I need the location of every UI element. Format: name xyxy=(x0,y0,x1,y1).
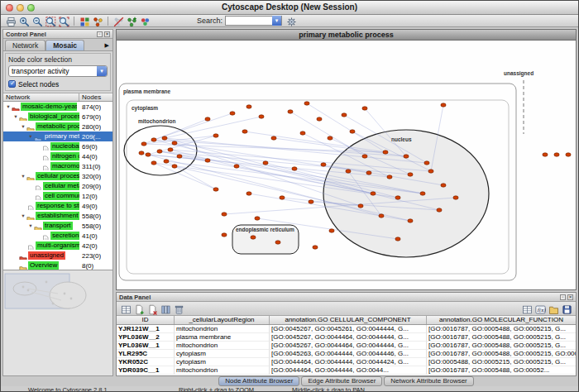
tree-row[interactable]: Overview8(0) xyxy=(3,261,112,270)
first-neighbors-icon[interactable] xyxy=(93,16,103,26)
graph-node[interactable] xyxy=(543,153,548,156)
tree-row[interactable]: cellular metabo...209(0) xyxy=(3,181,112,191)
graph-node[interactable] xyxy=(358,204,363,208)
tree-row[interactable]: ▼cellular process320(0) xyxy=(3,171,112,181)
graph-node[interactable] xyxy=(317,117,322,121)
graph-node[interactable] xyxy=(172,141,177,145)
tree-header-network[interactable]: Network xyxy=(3,93,79,101)
graph-node[interactable] xyxy=(292,167,297,170)
tree-row[interactable]: ▼mosaic-demo-yeast874(0) xyxy=(3,102,112,112)
node-color-combobox[interactable]: transporter activity ▾ xyxy=(8,65,108,77)
column-header[interactable]: annotation.GO CELLULAR_COMPONENT xyxy=(270,316,427,324)
graphics-details-icon[interactable] xyxy=(79,16,90,26)
graph-node[interactable] xyxy=(428,170,433,173)
graph-node[interactable] xyxy=(259,115,264,118)
graph-node[interactable] xyxy=(371,192,376,195)
tree-row[interactable]: ▼metabolic process280(0) xyxy=(3,122,112,131)
zoom-window-button[interactable] xyxy=(27,4,35,12)
column-header[interactable]: _cellularLayoutRegion xyxy=(175,316,270,324)
graph-node[interactable] xyxy=(141,142,146,146)
graph-node[interactable] xyxy=(151,161,156,165)
network-canvas[interactable]: plasma membranecytoplasmmitochondrionnuc… xyxy=(117,41,576,289)
tab-node-attribute-browser[interactable]: Node Attribute Browser xyxy=(218,376,299,386)
graph-node[interactable] xyxy=(424,161,429,165)
graph-node[interactable] xyxy=(146,153,151,156)
expander-icon[interactable]: ▼ xyxy=(12,114,19,119)
tree-row[interactable]: unassigned223(0) xyxy=(3,251,112,261)
graph-node[interactable] xyxy=(242,130,247,133)
expander-icon[interactable]: ▼ xyxy=(20,124,26,129)
graph-node[interactable] xyxy=(408,219,413,222)
print-icon[interactable] xyxy=(6,16,17,26)
graph-node[interactable] xyxy=(329,229,334,232)
network-view-titlebar[interactable]: primary metabolic process xyxy=(117,30,576,41)
tab-mosaic[interactable]: Mosaic xyxy=(45,40,84,50)
graph-node[interactable] xyxy=(379,214,384,218)
folder-icon[interactable] xyxy=(548,304,559,314)
graph-node[interactable] xyxy=(404,155,409,158)
graph-node[interactable] xyxy=(395,237,400,241)
graph-node[interactable] xyxy=(300,131,305,135)
table-row[interactable]: YPL036W__1mitochondrion[GO:0045267, GO:0… xyxy=(117,342,576,350)
graph-node[interactable] xyxy=(383,151,388,154)
close-window-button[interactable] xyxy=(6,4,13,12)
graph-node[interactable] xyxy=(328,136,333,140)
graph-node[interactable] xyxy=(362,155,367,158)
zoom-fit-icon[interactable] xyxy=(59,16,69,26)
expander-icon[interactable]: ▼ xyxy=(27,223,34,228)
new-network-icon[interactable] xyxy=(127,16,137,26)
graph-edge[interactable] xyxy=(154,113,232,140)
fx-icon[interactable]: f(x) xyxy=(535,304,546,314)
graph-node[interactable] xyxy=(222,233,227,237)
graph-node[interactable] xyxy=(234,165,239,168)
search-input[interactable] xyxy=(226,17,272,25)
graph-node[interactable] xyxy=(309,200,313,203)
float-panel-icon[interactable]: ▫ xyxy=(97,31,103,37)
graph-node[interactable] xyxy=(213,188,218,191)
tree-row[interactable]: multi-organism pro...42(0) xyxy=(3,241,112,251)
tree-row[interactable]: nucleobase...69(0) xyxy=(3,141,112,151)
tree-row[interactable]: macromolecule...311(0) xyxy=(3,161,112,171)
graph-node[interactable] xyxy=(366,171,371,174)
graph-node[interactable] xyxy=(350,130,355,133)
zoom-selected-region-icon[interactable] xyxy=(45,16,56,26)
graph-node[interactable] xyxy=(342,113,347,117)
graph-node[interactable] xyxy=(362,107,367,110)
tree-row[interactable]: ▼transport558(0) xyxy=(3,221,112,231)
graph-node[interactable] xyxy=(280,196,285,199)
window-titlebar[interactable]: Cytoscape Desktop (New Session) xyxy=(1,1,578,15)
graph-node[interactable] xyxy=(162,136,167,140)
graph-node[interactable] xyxy=(205,117,210,121)
graph-node[interactable] xyxy=(172,165,177,168)
graph-node[interactable] xyxy=(255,217,260,220)
graph-node[interactable] xyxy=(177,155,182,158)
graph-edge[interactable] xyxy=(154,163,216,189)
table-row[interactable]: YPL036W__2plasma membrane[GO:0045267, GO… xyxy=(117,333,576,342)
tab-overflow-arrow-icon[interactable]: ▶ xyxy=(105,42,111,50)
graph-node[interactable] xyxy=(441,184,446,187)
tree-row[interactable]: nitrogen compo...44(0) xyxy=(3,151,112,161)
tab-network-attribute-browser[interactable]: Network Attribute Browser xyxy=(384,376,473,386)
graph-node[interactable] xyxy=(246,105,251,108)
graph-node[interactable] xyxy=(346,170,351,173)
close-panel-icon[interactable]: ✕ xyxy=(567,294,573,300)
tree-row[interactable]: secretion41(0) xyxy=(3,231,112,241)
search-dropdown-arrow-icon[interactable]: ▾ xyxy=(272,16,281,26)
column-header[interactable]: annotation.GO MOLECULAR_FUNCTION xyxy=(427,316,576,324)
graph-node[interactable] xyxy=(313,246,318,249)
select-attributes-icon[interactable] xyxy=(121,304,132,314)
graph-node[interactable] xyxy=(263,161,268,165)
graph-node[interactable] xyxy=(213,134,218,137)
birds-eye-view[interactable] xyxy=(3,270,112,375)
graph-node[interactable] xyxy=(441,103,446,107)
expander-icon[interactable]: ▼ xyxy=(27,134,34,139)
graph-node[interactable] xyxy=(275,241,280,244)
expander-icon[interactable]: ▼ xyxy=(20,213,26,218)
hide-selected-icon[interactable] xyxy=(113,16,124,26)
expander-icon[interactable]: ▼ xyxy=(20,174,26,179)
graph-node[interactable] xyxy=(151,138,156,141)
select-nodes-checkbox[interactable]: ✓ xyxy=(8,80,16,88)
graph-node[interactable] xyxy=(164,160,169,163)
graph-node[interactable] xyxy=(554,153,559,156)
tab-edge-attribute-browser[interactable]: Edge Attribute Browser xyxy=(301,376,382,386)
